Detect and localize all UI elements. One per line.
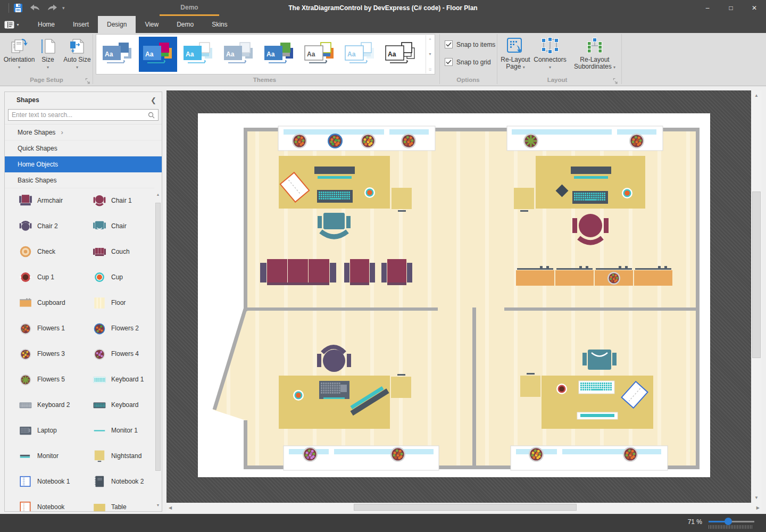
shape-item-table[interactable]: Table bbox=[93, 494, 162, 512]
shape-item-check[interactable]: Check bbox=[19, 239, 93, 264]
shape-item-laptop[interactable]: Laptop bbox=[19, 418, 93, 443]
shape-item-flowers-4[interactable]: Flowers 4 bbox=[93, 341, 162, 367]
tab-design[interactable]: Design bbox=[98, 16, 136, 33]
laptop[interactable] bbox=[319, 381, 349, 399]
scroll-up-icon[interactable]: ▲ bbox=[428, 37, 432, 40]
page-setup-dialog-launcher[interactable] bbox=[85, 78, 91, 84]
shape-item-keyboard-2[interactable]: Keyboard 2 bbox=[19, 392, 93, 418]
shape-item-couch[interactable]: Couch bbox=[93, 239, 162, 264]
snap-to-grid-checkbox[interactable]: Snap to grid bbox=[445, 58, 491, 66]
nightstand[interactable] bbox=[391, 374, 411, 398]
maximize-button[interactable]: □ bbox=[719, 0, 743, 16]
canvas-vertical-scrollbar[interactable]: ▲ ▼ bbox=[751, 90, 762, 503]
layout-dialog-launcher[interactable] bbox=[613, 78, 619, 84]
application-menu-button[interactable]: ▾ bbox=[0, 16, 23, 33]
shape-item-flowers-3[interactable]: Flowers 3 bbox=[19, 341, 93, 367]
cupboard[interactable] bbox=[516, 266, 554, 286]
shape-item-floor[interactable]: Floor bbox=[93, 290, 162, 315]
monitor[interactable] bbox=[571, 167, 611, 179]
couch[interactable] bbox=[260, 259, 336, 285]
relayout-page-button[interactable]: Re-LayoutPage ▾ bbox=[500, 35, 531, 71]
flower-f5[interactable] bbox=[523, 134, 538, 148]
zoom-slider-thumb[interactable] bbox=[725, 518, 732, 525]
tab-demo[interactable]: Demo bbox=[168, 16, 203, 33]
size-button[interactable]: Size ▾ bbox=[35, 35, 61, 70]
flower-f4[interactable] bbox=[303, 447, 318, 462]
theme-2-thumbnail[interactable]: Aa bbox=[139, 37, 177, 72]
nightstand[interactable] bbox=[392, 188, 412, 212]
flower-f3[interactable] bbox=[529, 447, 544, 462]
shape-item-keyboard-1[interactable]: Keyboard 1 bbox=[93, 367, 162, 392]
armchair[interactable] bbox=[344, 259, 375, 285]
scrollbar-thumb[interactable] bbox=[155, 203, 161, 471]
scroll-down-icon[interactable]: ▼ bbox=[154, 502, 162, 509]
flower-f2[interactable] bbox=[328, 134, 343, 148]
theme-8-thumbnail[interactable]: Aa bbox=[381, 37, 420, 72]
keyboard-1[interactable] bbox=[579, 381, 614, 394]
scroll-right-icon[interactable]: ▶ bbox=[756, 505, 760, 510]
shape-item-cup-1[interactable]: Cup 1 bbox=[19, 264, 93, 290]
monitor[interactable] bbox=[577, 412, 618, 419]
flower-f1[interactable] bbox=[401, 134, 416, 148]
shape-item-keyboard[interactable]: Keyboard bbox=[93, 392, 162, 418]
theme-7-thumbnail[interactable]: Aa bbox=[341, 37, 379, 72]
cupboard[interactable] bbox=[634, 266, 672, 286]
keyboard[interactable] bbox=[572, 191, 608, 204]
keyboard[interactable] bbox=[317, 190, 353, 203]
relayout-subordinates-button[interactable]: Re-LayoutSubordinates ▾ bbox=[568, 35, 621, 71]
scroll-up-icon[interactable]: ▲ bbox=[754, 93, 759, 98]
shape-item-flowers-2[interactable]: Flowers 2 bbox=[93, 315, 162, 341]
shape-item-monitor-1[interactable]: Monitor 1 bbox=[93, 418, 162, 443]
theme-6-thumbnail[interactable]: Aa bbox=[301, 37, 339, 72]
sidebar-item-home-objects[interactable]: Home Objects bbox=[5, 156, 162, 172]
scrollbar-thumb[interactable] bbox=[752, 192, 761, 358]
tab-home[interactable]: Home bbox=[29, 16, 64, 33]
tab-view[interactable]: View bbox=[136, 16, 168, 33]
redo-button[interactable] bbox=[44, 1, 60, 15]
canvas-horizontal-scrollbar[interactable]: ◀ ▶ bbox=[166, 503, 762, 512]
shape-item-flowers-5[interactable]: Flowers 5 bbox=[19, 367, 93, 392]
theme-1-thumbnail[interactable]: Aa bbox=[98, 37, 137, 72]
cupboard[interactable] bbox=[555, 266, 594, 286]
scroll-down-icon[interactable]: ▼ bbox=[428, 52, 432, 56]
diagram-canvas[interactable] bbox=[166, 90, 751, 503]
shape-item-monitor[interactable]: Monitor bbox=[19, 443, 93, 469]
shape-item-chair[interactable]: Chair bbox=[93, 213, 162, 239]
sidebar-item-basic-shapes[interactable]: Basic Shapes bbox=[5, 172, 162, 188]
undo-button[interactable] bbox=[27, 1, 43, 15]
save-button[interactable] bbox=[10, 1, 26, 15]
monitor[interactable] bbox=[314, 167, 355, 179]
theme-5-thumbnail[interactable]: Aa bbox=[260, 37, 298, 72]
tab-skins[interactable]: Skins bbox=[203, 16, 236, 33]
shape-item-flowers-1[interactable]: Flowers 1 bbox=[19, 315, 93, 341]
cup[interactable] bbox=[364, 187, 375, 198]
flower-f1[interactable] bbox=[390, 447, 405, 462]
tab-insert[interactable]: Insert bbox=[64, 16, 98, 33]
shapes-search-box[interactable] bbox=[8, 109, 159, 121]
cup[interactable] bbox=[293, 390, 304, 401]
flower-f1[interactable] bbox=[623, 447, 638, 462]
cup[interactable] bbox=[622, 188, 632, 198]
theme-4-thumbnail[interactable]: Aa bbox=[220, 37, 258, 72]
sidebar-item-quick-shapes[interactable]: Quick Shapes bbox=[5, 140, 162, 156]
theme-3-thumbnail[interactable]: Aa bbox=[179, 37, 218, 72]
connectors-button[interactable]: Connectors▾ bbox=[533, 35, 567, 71]
nightstand[interactable] bbox=[514, 188, 534, 212]
gallery-dropdown-icon[interactable]: ⍗ bbox=[429, 68, 431, 72]
shape-item-notebook-1[interactable]: Notebook 1 bbox=[19, 469, 93, 494]
flower-f3[interactable] bbox=[361, 134, 376, 148]
nightstand[interactable] bbox=[520, 373, 540, 397]
close-button[interactable]: ✕ bbox=[743, 0, 766, 16]
diagram-page[interactable] bbox=[198, 113, 710, 477]
shape-item-armchair[interactable]: Armchair bbox=[19, 188, 93, 213]
shape-item-chair-1[interactable]: Chair 1 bbox=[93, 188, 162, 213]
shape-item-chair-2[interactable]: Chair 2 bbox=[19, 213, 93, 239]
qat-customize-button[interactable]: ▾ bbox=[62, 5, 65, 11]
scroll-left-icon[interactable]: ◀ bbox=[169, 505, 172, 510]
shapes-gallery-scrollbar[interactable]: ▲ ▼ bbox=[154, 188, 162, 511]
auto-size-button[interactable]: Auto Size ▾ bbox=[63, 35, 91, 70]
shape-item-cup[interactable]: Cup bbox=[93, 264, 162, 290]
search-input[interactable] bbox=[12, 111, 148, 119]
scroll-up-icon[interactable]: ▲ bbox=[154, 191, 162, 198]
sidebar-item-more-shapes[interactable]: More Shapes› bbox=[5, 124, 162, 140]
